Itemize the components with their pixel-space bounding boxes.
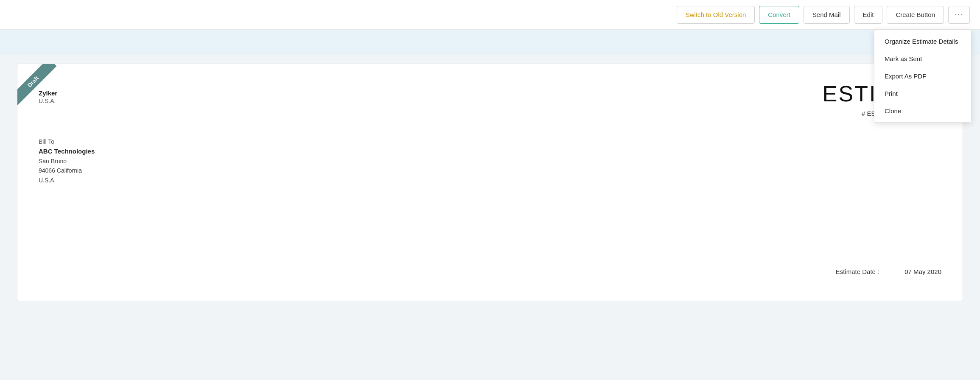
banner — [0, 30, 980, 55]
bill-to-label: Bill To — [39, 138, 941, 145]
more-options-button[interactable]: ··· — [948, 6, 970, 24]
toolbar: Switch to Old Version Convert Send Mail … — [0, 0, 980, 30]
bill-to-address: San Bruno 94066 California U.S.A. — [39, 156, 941, 185]
bill-to-city: San Bruno — [39, 156, 941, 166]
main-content: Draft Zylker U.S.A. ESTIMATE # EST-00000… — [0, 55, 980, 310]
bill-to-country: U.S.A. — [39, 176, 941, 185]
estimate-date-value: 07 May 2020 — [904, 268, 941, 275]
edit-button[interactable]: Edit — [854, 6, 883, 24]
estimate-date-label: Estimate Date : — [836, 268, 879, 275]
dropdown-menu: Organize Estimate Details Mark as Sent E… — [874, 30, 972, 123]
switch-old-version-button[interactable]: Switch to Old Version — [677, 6, 755, 24]
dropdown-print[interactable]: Print — [874, 85, 971, 102]
bill-to-company: ABC Technologies — [39, 148, 941, 155]
dropdown-mark-as-sent[interactable]: Mark as Sent — [874, 50, 971, 67]
convert-button[interactable]: Convert — [759, 6, 799, 24]
dropdown-export-pdf[interactable]: Export As PDF — [874, 67, 971, 85]
send-mail-button[interactable]: Send Mail — [804, 6, 850, 24]
company-country: U.S.A. — [39, 98, 941, 104]
dropdown-organize-estimate[interactable]: Organize Estimate Details — [874, 33, 971, 50]
bill-to-section: Bill To ABC Technologies San Bruno 94066… — [39, 138, 941, 185]
company-info: Zylker U.S.A. — [39, 89, 941, 104]
create-button-button[interactable]: Create Button — [887, 6, 944, 24]
estimate-date-row: Estimate Date : 07 May 2020 — [836, 268, 941, 275]
company-name: Zylker — [39, 89, 941, 97]
dropdown-clone[interactable]: Clone — [874, 102, 971, 120]
document-card: Draft Zylker U.S.A. ESTIMATE # EST-00000… — [17, 64, 963, 301]
bill-to-zip-state: 94066 California — [39, 166, 941, 175]
